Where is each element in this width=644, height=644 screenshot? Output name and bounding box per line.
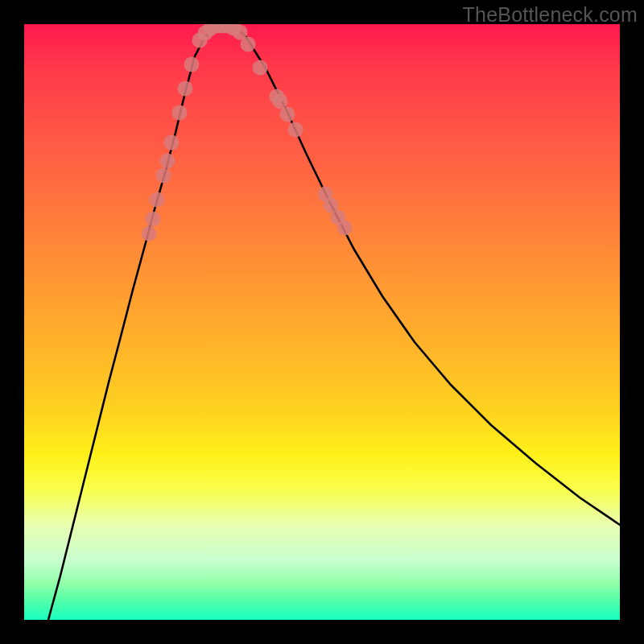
curve-marker bbox=[172, 105, 188, 121]
bottleneck-curve bbox=[48, 26, 620, 620]
plot-area bbox=[24, 24, 620, 620]
curve-marker bbox=[253, 60, 268, 76]
watermark-text: TheBottleneck.com bbox=[463, 3, 638, 27]
curve-marker bbox=[241, 37, 256, 52]
curve-marker bbox=[142, 226, 157, 242]
curve-marker bbox=[280, 107, 295, 122]
curve-marker bbox=[337, 221, 353, 236]
chart-frame: TheBottleneck.com bbox=[0, 0, 644, 644]
chart-svg bbox=[24, 24, 620, 620]
curve-marker bbox=[150, 192, 165, 208]
curve-marker bbox=[273, 94, 288, 109]
curve-marker bbox=[178, 81, 193, 97]
curve-marker bbox=[288, 122, 303, 138]
curve-marker bbox=[184, 57, 200, 72]
curve-marker bbox=[160, 154, 175, 169]
curve-marker bbox=[146, 212, 161, 227]
curve-marker bbox=[164, 135, 180, 151]
curve-markers bbox=[142, 24, 353, 242]
curve-marker bbox=[156, 168, 171, 184]
